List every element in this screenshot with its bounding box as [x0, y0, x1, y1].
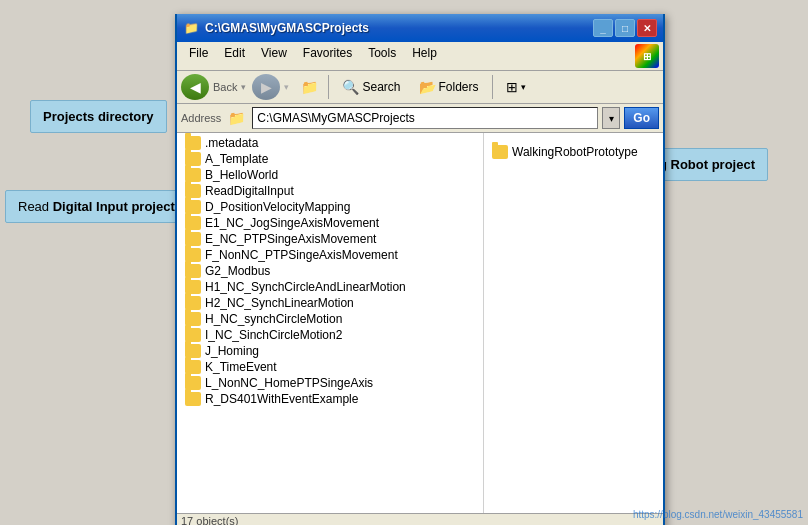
folder-icon: [185, 136, 201, 150]
menu-favorites[interactable]: Favorites: [295, 44, 360, 68]
folder-name: R_DS401WithEventExample: [205, 392, 358, 406]
folders-label: Folders: [439, 80, 479, 94]
search-icon: 🔍: [342, 79, 359, 95]
go-button[interactable]: Go: [624, 107, 659, 129]
close-button[interactable]: ✕: [637, 19, 657, 37]
list-item[interactable]: H_NC_synchCircleMotion: [177, 311, 483, 327]
window-icon: 📁: [183, 20, 199, 36]
search-button[interactable]: 🔍 Search: [335, 76, 407, 98]
maximize-button[interactable]: □: [615, 19, 635, 37]
watermark: https://blog.csdn.net/weixin_43455581: [633, 509, 803, 520]
list-item[interactable]: G2_Modbus: [177, 263, 483, 279]
list-item[interactable]: F_NonNC_PTPSingeAxisMovement: [177, 247, 483, 263]
menu-help[interactable]: Help: [404, 44, 445, 68]
list-item[interactable]: ReadDigitalInput: [177, 183, 483, 199]
menu-view[interactable]: View: [253, 44, 295, 68]
folders-icon: 📂: [419, 79, 436, 95]
back-label[interactable]: Back: [213, 81, 237, 93]
explorer-window: 📁 C:\GMAS\MyGMASCProjects _ □ ✕ File Edi…: [175, 14, 665, 525]
right-folder-icon: [492, 145, 508, 159]
list-item[interactable]: L_NonNC_HomePTPSingeAxis: [177, 375, 483, 391]
folder-icon: [185, 376, 201, 390]
folder-icon: [185, 200, 201, 214]
toolbar-sep-1: [328, 75, 329, 99]
views-button[interactable]: ⊞ ▾: [499, 76, 533, 98]
file-list-area: .metadata A_Template B_HelloWorld ReadDi…: [177, 133, 663, 513]
folder-icon: [185, 184, 201, 198]
file-left-panel: .metadata A_Template B_HelloWorld ReadDi…: [177, 133, 483, 513]
up-icon: 📁: [301, 79, 318, 95]
folder-name: H2_NC_SynchLinearMotion: [205, 296, 354, 310]
folder-icon: [185, 232, 201, 246]
folder-name: I_NC_SinchCircleMotion2: [205, 328, 342, 342]
address-label: Address: [181, 112, 221, 124]
right-folder-name: WalkingRobotPrototype: [512, 145, 638, 159]
projects-directory-callout: Projects directory: [30, 100, 167, 133]
list-item[interactable]: K_TimeEvent: [177, 359, 483, 375]
folder-name: G2_Modbus: [205, 264, 270, 278]
toolbar: ◀ Back ▾ ▶ ▾ 📁 🔍 Search 📂 Folders ⊞ ▾: [177, 71, 663, 104]
list-item[interactable]: D_PositionVelocityMapping: [177, 199, 483, 215]
folder-icon: [185, 280, 201, 294]
folder-icon: [185, 328, 201, 342]
projects-directory-label: Projects directory: [43, 109, 154, 124]
folder-name: F_NonNC_PTPSingeAxisMovement: [205, 248, 398, 262]
folder-icon: [185, 248, 201, 262]
list-item[interactable]: E1_NC_JogSingeAxisMovement: [177, 215, 483, 231]
forward-button[interactable]: ▶: [252, 74, 280, 100]
forward-dropdown[interactable]: ▾: [284, 82, 289, 92]
folder-name: B_HelloWorld: [205, 168, 278, 182]
menu-bar: File Edit View Favorites Tools Help ⊞: [177, 42, 663, 71]
folder-name: .metadata: [205, 136, 258, 150]
title-bar-left: 📁 C:\GMAS\MyGMASCProjects: [183, 20, 369, 36]
back-button[interactable]: ◀: [181, 74, 209, 100]
folders-button[interactable]: 📂 Folders: [412, 76, 486, 98]
folder-name: K_TimeEvent: [205, 360, 277, 374]
windows-xp-logo: ⊞: [635, 44, 659, 68]
toolbar-sep-2: [492, 75, 493, 99]
address-input[interactable]: [252, 107, 598, 129]
folder-name: D_PositionVelocityMapping: [205, 200, 350, 214]
minimize-button[interactable]: _: [593, 19, 613, 37]
menu-tools[interactable]: Tools: [360, 44, 404, 68]
views-dropdown[interactable]: ▾: [521, 82, 526, 92]
list-item[interactable]: R_DS401WithEventExample: [177, 391, 483, 407]
search-label: Search: [362, 80, 400, 94]
read-digital-input-callout: Read Digital Input project: [5, 190, 188, 223]
folder-icon: [185, 296, 201, 310]
menu-file[interactable]: File: [181, 44, 216, 68]
status-text: 17 object(s): [181, 515, 238, 525]
title-bar: 📁 C:\GMAS\MyGMASCProjects _ □ ✕: [177, 14, 663, 42]
menu-edit[interactable]: Edit: [216, 44, 253, 68]
folder-icon: [185, 312, 201, 326]
folder-icon: [185, 152, 201, 166]
list-item[interactable]: E_NC_PTPSingeAxisMovement: [177, 231, 483, 247]
folder-icon: [185, 392, 201, 406]
list-item[interactable]: A_Template: [177, 151, 483, 167]
folder-icon: [185, 360, 201, 374]
folder-name: H_NC_synchCircleMotion: [205, 312, 342, 326]
address-dropdown[interactable]: ▾: [602, 107, 620, 129]
right-folder-item[interactable]: WalkingRobotPrototype: [488, 141, 659, 163]
views-icon: ⊞: [506, 79, 518, 95]
list-item[interactable]: J_Homing: [177, 343, 483, 359]
folder-icon: [185, 168, 201, 182]
address-folder-icon: 📁: [228, 110, 245, 126]
folder-name: E_NC_PTPSingeAxisMovement: [205, 232, 376, 246]
folder-name: ReadDigitalInput: [205, 184, 294, 198]
folder-icon: [185, 264, 201, 278]
folder-name: E1_NC_JogSingeAxisMovement: [205, 216, 379, 230]
list-item[interactable]: H2_NC_SynchLinearMotion: [177, 295, 483, 311]
window-title: C:\GMAS\MyGMASCProjects: [205, 21, 369, 35]
folder-icon: [185, 344, 201, 358]
list-item[interactable]: H1_NC_SynchCircleAndLinearMotion: [177, 279, 483, 295]
folder-name: A_Template: [205, 152, 268, 166]
file-right-panel: WalkingRobotPrototype: [483, 133, 663, 513]
list-item[interactable]: I_NC_SinchCircleMotion2: [177, 327, 483, 343]
list-item[interactable]: B_HelloWorld: [177, 167, 483, 183]
title-buttons: _ □ ✕: [593, 19, 657, 37]
folder-icon: [185, 216, 201, 230]
list-item[interactable]: .metadata: [177, 135, 483, 151]
up-button[interactable]: 📁: [297, 77, 322, 97]
back-dropdown[interactable]: ▾: [241, 82, 246, 92]
